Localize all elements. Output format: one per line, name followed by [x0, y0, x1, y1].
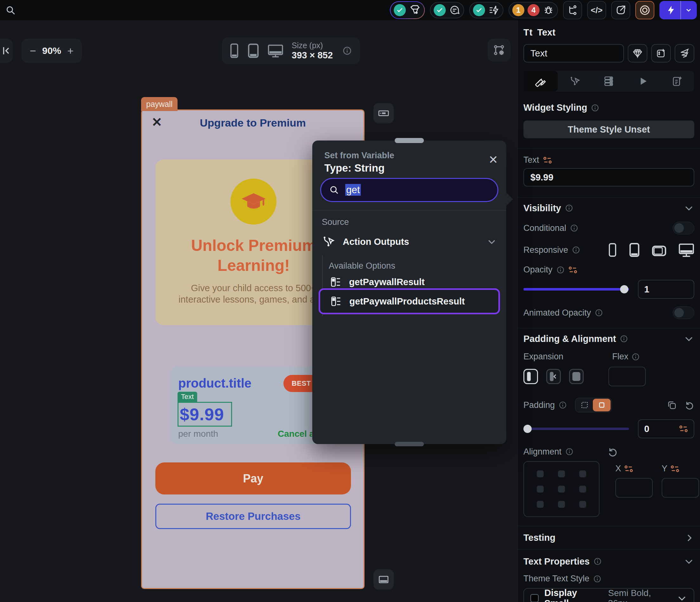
responsive-laptop-icon[interactable]	[652, 244, 667, 257]
set-variable-icon[interactable]	[569, 266, 577, 274]
variable-search-input[interactable]: get	[320, 178, 498, 202]
info-icon[interactable]	[565, 448, 574, 456]
wrap-widget-button[interactable]	[675, 44, 694, 63]
option-get-paywall-products-result[interactable]: getPaywallProductsResult	[319, 288, 500, 314]
product-title-text[interactable]: product.title	[178, 376, 251, 390]
set-variable-icon[interactable]	[543, 156, 552, 164]
padding-value-input[interactable]	[644, 424, 676, 434]
app-bar-widget-button[interactable]	[373, 103, 394, 123]
widget-check-badge[interactable]	[390, 1, 425, 19]
flex-input[interactable]	[608, 367, 646, 386]
drag-handle-bottom[interactable]	[395, 442, 424, 446]
info-icon[interactable]	[595, 309, 603, 317]
paywall-title[interactable]: Upgrade to Premium	[142, 117, 364, 129]
alignment-cell[interactable]	[551, 466, 572, 481]
info-icon[interactable]	[631, 353, 640, 361]
alignment-cell[interactable]	[530, 466, 551, 481]
info-icon[interactable]	[565, 204, 573, 212]
alignment-x-input[interactable]	[615, 478, 653, 498]
zoom-out-button[interactable]: −	[30, 45, 36, 57]
info-icon[interactable]	[593, 575, 601, 583]
hero-icon-circle[interactable]	[230, 178, 276, 224]
theme-style-unset-button[interactable]: Theme Style Unset	[523, 121, 694, 138]
open-preview-button[interactable]	[611, 1, 630, 19]
drag-handle-top[interactable]	[395, 138, 424, 143]
add-component-button[interactable]	[651, 44, 671, 63]
page-tag[interactable]: paywall	[141, 97, 178, 111]
reset-padding-icon[interactable]	[685, 400, 694, 410]
set-variable-icon[interactable]	[679, 425, 688, 433]
copy-padding-icon[interactable]	[667, 400, 677, 410]
chevron-right-icon[interactable]	[684, 533, 694, 543]
set-variable-icon[interactable]	[671, 465, 679, 473]
info-icon[interactable]	[556, 266, 565, 274]
info-icon[interactable]	[594, 557, 602, 565]
opacity-value-input[interactable]	[644, 284, 688, 295]
alignment-cell[interactable]	[551, 497, 572, 512]
expansion-flexible-button[interactable]	[546, 369, 561, 384]
info-icon[interactable]	[558, 401, 567, 409]
tab-actions[interactable]	[558, 71, 592, 92]
search-icon[interactable]	[5, 5, 16, 16]
text-value-input[interactable]	[523, 168, 694, 187]
expansion-default-button[interactable]	[523, 369, 538, 384]
responsive-phone-icon[interactable]	[608, 243, 617, 257]
chevron-down-icon[interactable]	[685, 6, 692, 14]
alignment-cell[interactable]	[572, 497, 593, 512]
info-icon[interactable]	[620, 335, 628, 343]
widget-selection-box[interactable]: $9.99	[178, 402, 232, 427]
comments-check-badge[interactable]	[430, 2, 464, 18]
lint-check-badge[interactable]	[469, 2, 503, 18]
canvas-settings-button[interactable]	[488, 39, 510, 62]
tab-styling[interactable]	[523, 71, 558, 92]
chevron-down-icon[interactable]	[486, 237, 497, 247]
phone-size-icon[interactable]	[229, 43, 239, 58]
option-get-paywall-result[interactable]: getPaywallResult	[330, 276, 425, 288]
chevron-down-icon[interactable]	[683, 556, 694, 567]
alignment-cell[interactable]	[572, 466, 593, 481]
tab-backend[interactable]	[592, 71, 626, 92]
price-period-text[interactable]: per month	[178, 429, 218, 439]
alignment-cell[interactable]	[551, 481, 572, 497]
animated-opacity-toggle[interactable]	[673, 306, 694, 319]
restore-purchases-button[interactable]: Restore Purchases	[155, 504, 351, 529]
tab-add-doc[interactable]	[660, 71, 694, 92]
expansion-expanded-button[interactable]	[569, 369, 584, 384]
chevron-down-icon[interactable]	[683, 333, 694, 344]
reset-alignment-icon[interactable]	[608, 447, 618, 457]
theme-gem-button[interactable]	[628, 44, 647, 63]
responsive-desktop-icon[interactable]	[678, 243, 694, 257]
zoom-in-button[interactable]: +	[67, 45, 74, 57]
pay-button[interactable]: Pay	[155, 462, 351, 495]
alignment-y-input[interactable]	[661, 478, 699, 498]
nav-bar-widget-button[interactable]	[373, 569, 394, 589]
tab-animations[interactable]	[626, 71, 660, 92]
preview-eye-button[interactable]	[635, 1, 654, 19]
theme-text-style-dropdown[interactable]: Display Small Semi Bold, 36px	[523, 588, 694, 602]
run-button[interactable]	[659, 1, 697, 19]
source-group-action-outputs[interactable]: Action Outputs	[322, 233, 497, 250]
code-view-button[interactable]: </>	[587, 1, 606, 19]
tablet-size-icon[interactable]	[247, 43, 259, 58]
price-text[interactable]: $9.99	[178, 404, 224, 424]
collapse-left-panel-button[interactable]	[0, 39, 13, 63]
responsive-tablet-icon[interactable]	[629, 243, 640, 257]
alignment-cell[interactable]	[572, 481, 593, 497]
info-icon[interactable]	[591, 104, 599, 112]
info-icon[interactable]	[570, 224, 578, 232]
opacity-slider[interactable]	[523, 288, 629, 291]
alignment-cell[interactable]	[530, 497, 551, 512]
padding-all-button[interactable]	[593, 399, 610, 411]
padding-slider[interactable]	[523, 428, 629, 430]
info-icon[interactable]	[342, 46, 352, 55]
modal-close-button[interactable]: ✕	[489, 153, 498, 167]
set-variable-icon[interactable]	[624, 465, 633, 473]
widget-name-input[interactable]	[523, 44, 624, 63]
info-icon[interactable]	[572, 246, 580, 254]
widget-tree-button[interactable]	[563, 1, 582, 19]
alignment-cell[interactable]	[530, 481, 551, 497]
conditional-toggle[interactable]	[673, 222, 694, 234]
padding-individual-button[interactable]	[576, 399, 593, 411]
desktop-size-icon[interactable]	[268, 44, 283, 58]
chevron-down-icon[interactable]	[683, 203, 694, 214]
